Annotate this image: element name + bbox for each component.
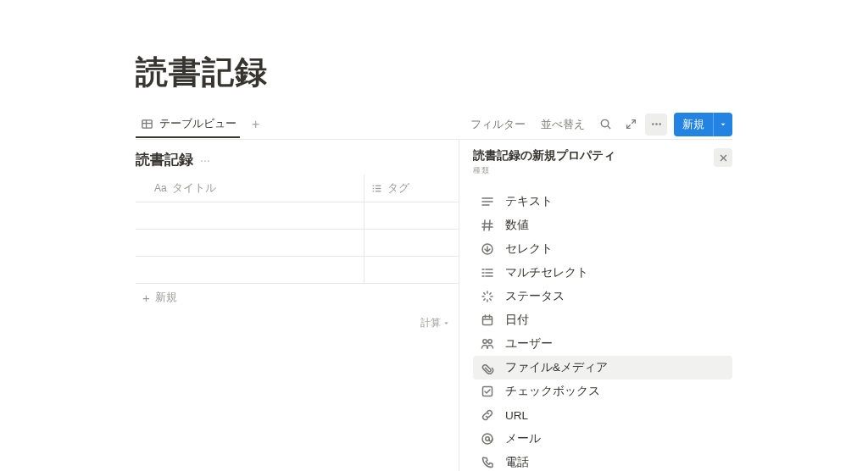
- multiselect-icon: [480, 265, 495, 280]
- url-icon: [480, 407, 495, 423]
- calc-label: 計算: [420, 316, 441, 330]
- date-icon: [480, 313, 495, 328]
- expand-icon[interactable]: [620, 114, 642, 136]
- phone-icon: [480, 455, 495, 470]
- search-icon[interactable]: [594, 114, 616, 136]
- column-header-tag[interactable]: タグ: [364, 175, 459, 202]
- close-panel-button[interactable]: [714, 148, 732, 167]
- property-type-label: セレクト: [505, 241, 553, 257]
- property-type-file[interactable]: ファイル&メディア: [473, 356, 732, 380]
- database-toolbar: テーブルビュー + フィルター 並べ替え 新規: [136, 109, 732, 140]
- property-type-label: マルチセレクト: [505, 265, 588, 280]
- sort-button[interactable]: 並べ替え: [535, 114, 591, 136]
- property-type-label: ファイル&メディア: [505, 360, 608, 375]
- column-header-title-label: タイトル: [172, 180, 216, 196]
- property-type-label: 日付: [505, 313, 529, 328]
- property-type-url[interactable]: URL: [473, 403, 732, 427]
- database-title[interactable]: 読書記録: [136, 150, 193, 169]
- property-type-select[interactable]: セレクト: [473, 237, 732, 261]
- property-type-number[interactable]: 数値: [473, 213, 732, 237]
- column-header-tag-label: タグ: [387, 180, 409, 196]
- new-button[interactable]: 新規: [674, 113, 713, 136]
- close-icon: [719, 153, 728, 163]
- property-type-label: チェックボックス: [505, 384, 600, 399]
- database-table: 読書記録 ··· Aa タイトル タグ + 新規: [136, 140, 459, 471]
- table-row[interactable]: [136, 257, 459, 284]
- text-icon: [480, 194, 495, 209]
- status-icon: [480, 289, 495, 304]
- filter-button[interactable]: フィルター: [465, 114, 531, 136]
- property-type-date[interactable]: 日付: [473, 308, 732, 332]
- panel-subtitle: 種類: [473, 165, 615, 176]
- property-panel: 読書記録の新規プロパティ 種類 テキスト数値セレクトマルチセレクトステータス日付…: [459, 140, 732, 471]
- new-button-group: 新規: [674, 113, 732, 136]
- property-type-label: メール: [505, 431, 541, 446]
- svg-line-4: [607, 126, 609, 129]
- property-type-phone[interactable]: 電話: [473, 451, 732, 471]
- table-row[interactable]: [136, 230, 459, 257]
- calc-row[interactable]: 計算: [136, 311, 459, 330]
- page-title: 読書記録: [136, 51, 732, 94]
- more-icon[interactable]: [645, 114, 667, 136]
- svg-point-7: [652, 123, 654, 125]
- property-type-label: 数値: [505, 218, 529, 233]
- property-type-person[interactable]: ユーザー: [473, 332, 732, 356]
- number-icon: [480, 218, 495, 233]
- multiselect-icon: [371, 183, 382, 194]
- property-type-multiselect[interactable]: マルチセレクト: [473, 261, 732, 285]
- add-view-button[interactable]: +: [247, 117, 264, 132]
- property-type-status[interactable]: ステータス: [473, 285, 732, 308]
- person-icon: [480, 336, 495, 352]
- property-type-label: ステータス: [505, 289, 565, 304]
- svg-point-9: [659, 123, 660, 125]
- view-tab-label: テーブルビュー: [159, 116, 236, 131]
- view-tab-table[interactable]: テーブルビュー: [136, 111, 240, 138]
- text-aa-icon: Aa: [154, 182, 167, 194]
- database-more-icon[interactable]: ···: [200, 153, 210, 167]
- property-type-label: URL: [505, 409, 528, 422]
- table-row[interactable]: [136, 202, 459, 230]
- column-header-title[interactable]: Aa タイトル: [136, 175, 364, 202]
- property-type-label: 電話: [505, 455, 529, 470]
- svg-point-8: [655, 123, 657, 125]
- select-icon: [480, 241, 495, 257]
- chevron-down-icon: [442, 319, 450, 327]
- svg-point-3: [601, 119, 608, 126]
- property-type-label: ユーザー: [505, 336, 553, 352]
- add-row-label: 新規: [155, 290, 177, 305]
- email-icon: [480, 431, 495, 446]
- property-type-text[interactable]: テキスト: [473, 190, 732, 213]
- new-button-dropdown[interactable]: [713, 113, 732, 136]
- file-icon: [480, 360, 495, 375]
- property-type-label: テキスト: [505, 194, 553, 209]
- table-icon: [139, 116, 154, 131]
- property-type-checkbox[interactable]: チェックボックス: [473, 380, 732, 403]
- checkbox-icon: [480, 384, 495, 399]
- plus-icon: +: [142, 291, 150, 305]
- svg-rect-0: [142, 119, 151, 127]
- add-row-button[interactable]: + 新規: [136, 284, 459, 311]
- panel-title: 読書記録の新規プロパティ: [473, 148, 615, 163]
- property-type-email[interactable]: メール: [473, 427, 732, 451]
